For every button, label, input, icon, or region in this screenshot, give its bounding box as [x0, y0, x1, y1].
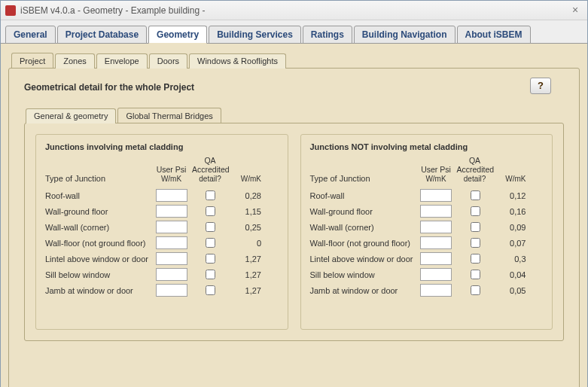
hdr-user-psi: User PsiW/mK: [151, 165, 192, 183]
group-title: Junctions NOT involving metal cladding: [310, 142, 544, 151]
user-psi-input[interactable]: [420, 236, 452, 249]
junction-label: Wall-floor (not ground floor): [45, 239, 151, 248]
panel-title: Geometrical detail for the whole Project: [24, 82, 564, 93]
content-area: ProjectZonesEnvelopeDoorsWindows & Roofl…: [1, 43, 587, 387]
user-psi-input[interactable]: [420, 252, 452, 265]
user-psi-input[interactable]: [156, 205, 187, 218]
titlebar: iSBEM v4.0.a - Geometry - Example buildi…: [1, 1, 587, 20]
user-psi-input[interactable]: [156, 236, 187, 249]
hdr-qa: QA Accrediteddetail?: [192, 156, 228, 183]
sub-tab-project[interactable]: Project: [11, 53, 53, 68]
default-wmk-value: 1,15: [228, 207, 266, 216]
default-wmk-value: 1,27: [228, 254, 266, 264]
main-tab-general[interactable]: General: [5, 26, 56, 44]
junction-label: Wall-ground floor: [310, 207, 416, 216]
main-tab-ratings[interactable]: Ratings: [303, 26, 352, 44]
junction-label: Wall-wall (corner): [45, 223, 151, 232]
junction-label: Wall-wall (corner): [310, 223, 416, 232]
hdr-wmk: W/mK: [493, 165, 531, 183]
junction-row: Jamb at window or door0,05: [310, 282, 544, 298]
junction-label: Wall-ground floor: [45, 207, 151, 216]
qa-accredited-checkbox[interactable]: [206, 222, 215, 232]
qa-accredited-checkbox[interactable]: [206, 238, 215, 248]
main-tab-about-isbem[interactable]: About iSBEM: [457, 26, 531, 44]
default-wmk-value: 0,09: [493, 223, 531, 232]
inner-tabs: General & geometryGlobal Thermal Bridges: [24, 108, 564, 123]
user-psi-input[interactable]: [420, 189, 452, 202]
default-wmk-value: 0,05: [493, 286, 531, 295]
junction-label: Sill below window: [45, 270, 151, 279]
sub-tab-windows-rooflights[interactable]: Windows & Rooflights: [189, 53, 286, 69]
default-wmk-value: 0,28: [228, 191, 266, 200]
qa-accredited-checkbox[interactable]: [206, 254, 215, 264]
junction-row: Wall-ground floor0,16: [310, 203, 544, 219]
user-psi-input[interactable]: [420, 268, 452, 281]
default-wmk-value: 1,27: [228, 270, 266, 279]
hdr-type: Type of Junction: [310, 174, 416, 183]
qa-accredited-checkbox[interactable]: [206, 206, 215, 216]
hdr-user-psi: User PsiW/mK: [416, 165, 457, 183]
user-psi-input[interactable]: [156, 268, 187, 281]
main-tab-geometry[interactable]: Geometry: [148, 26, 207, 44]
help-button[interactable]: ?: [530, 78, 551, 94]
user-psi-input[interactable]: [156, 221, 187, 233]
app-window: iSBEM v4.0.a - Geometry - Example buildi…: [0, 0, 588, 387]
junction-row: Wall-wall (corner)0,25: [45, 219, 279, 235]
junction-label: Jamb at window or door: [310, 286, 416, 295]
junction-row: Roof-wall0,12: [310, 187, 544, 203]
user-psi-input[interactable]: [156, 189, 187, 202]
sub-tab-doors[interactable]: Doors: [149, 53, 187, 69]
main-tab-building-navigation[interactable]: Building Navigation: [354, 26, 455, 44]
default-wmk-value: 0,3: [493, 254, 531, 264]
column-headers: Type of Junction User PsiW/mK QA Accredi…: [310, 156, 544, 183]
junction-label: Roof-wall: [310, 191, 416, 200]
qa-accredited-checkbox[interactable]: [471, 222, 480, 232]
junction-label: Jamb at window or door: [45, 286, 151, 295]
user-psi-input[interactable]: [156, 252, 187, 265]
junction-row: Wall-floor (not ground floor)0,07: [310, 235, 544, 251]
qa-accredited-checkbox[interactable]: [471, 270, 480, 279]
qa-accredited-checkbox[interactable]: [206, 270, 215, 279]
app-icon: [5, 5, 16, 16]
default-wmk-value: 0: [228, 239, 266, 248]
user-psi-input[interactable]: [156, 284, 187, 297]
qa-accredited-checkbox[interactable]: [471, 254, 480, 264]
group-metal-cladding: Junctions involving metal cladding Type …: [35, 134, 288, 330]
qa-accredited-checkbox[interactable]: [206, 285, 215, 295]
junction-label: Wall-floor (not ground floor): [310, 239, 416, 248]
inner-tab-general-geometry[interactable]: General & geometry: [26, 108, 116, 123]
junction-label: Roof-wall: [45, 191, 151, 200]
junction-row: Sill below window1,27: [45, 267, 279, 282]
default-wmk-value: 0,16: [493, 207, 531, 216]
junction-row: Lintel above window or door1,27: [45, 251, 279, 267]
junction-row: Lintel above window or door0,3: [310, 251, 544, 267]
junction-row: Jamb at window or door1,27: [45, 282, 279, 298]
hdr-type: Type of Junction: [45, 174, 151, 183]
sub-tab-zones[interactable]: Zones: [55, 53, 95, 69]
user-psi-input[interactable]: [420, 205, 452, 218]
main-tab-building-services[interactable]: Building Services: [209, 26, 301, 44]
qa-accredited-checkbox[interactable]: [471, 190, 480, 200]
sub-tabs: ProjectZonesEnvelopeDoorsWindows & Roofl…: [8, 53, 580, 68]
hdr-wmk: W/mK: [228, 165, 266, 183]
junction-label: Lintel above window or door: [310, 254, 416, 264]
junction-label: Lintel above window or door: [45, 254, 151, 264]
junction-row: Wall-ground floor1,15: [45, 203, 279, 219]
default-wmk-value: 0,04: [493, 270, 531, 279]
qa-accredited-checkbox[interactable]: [206, 190, 215, 200]
close-button[interactable]: ×: [568, 4, 583, 17]
qa-accredited-checkbox[interactable]: [471, 238, 480, 248]
thermal-bridges-panel: Junctions involving metal cladding Type …: [24, 123, 564, 341]
sub-tab-envelope[interactable]: Envelope: [96, 53, 148, 69]
main-tab-project-database[interactable]: Project Database: [57, 26, 147, 44]
user-psi-input[interactable]: [420, 284, 452, 297]
junction-row: Wall-floor (not ground floor)0: [45, 235, 279, 251]
qa-accredited-checkbox[interactable]: [471, 285, 480, 295]
user-psi-input[interactable]: [420, 221, 452, 233]
main-tabs: GeneralProject DatabaseGeometryBuilding …: [1, 20, 587, 43]
junction-row: Wall-wall (corner)0,09: [310, 219, 544, 235]
column-headers: Type of Junction User PsiW/mK QA Accredi…: [45, 156, 279, 183]
inner-tab-global-thermal-bridges[interactable]: Global Thermal Bridges: [117, 108, 221, 123]
default-wmk-value: 0,12: [493, 191, 531, 200]
qa-accredited-checkbox[interactable]: [471, 206, 480, 216]
